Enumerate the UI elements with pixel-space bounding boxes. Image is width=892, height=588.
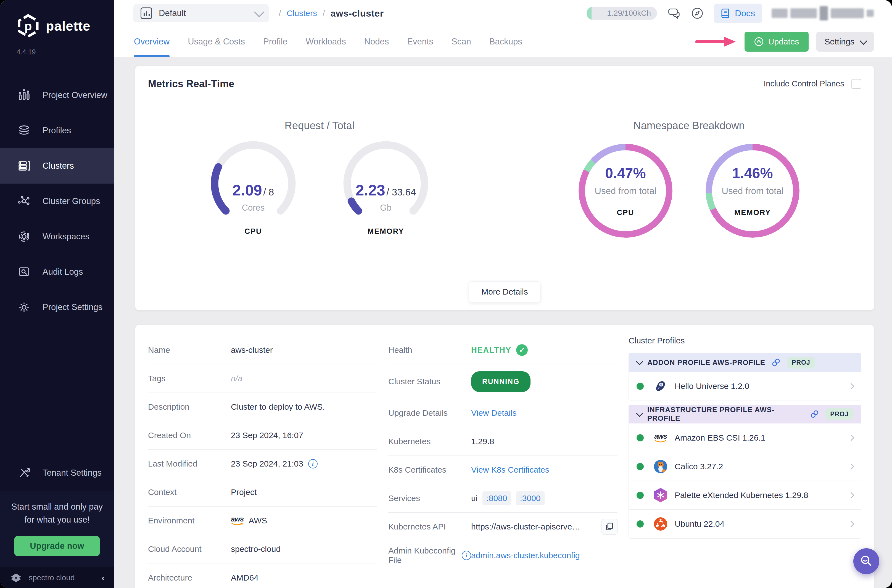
- detail-label: Upgrade Details: [388, 408, 471, 418]
- sidebar-item-audit-logs[interactable]: Audit Logs: [0, 254, 114, 290]
- detail-value: n/a: [231, 374, 377, 383]
- more-details-button[interactable]: More Details: [469, 281, 540, 302]
- sidebar-item-clusters[interactable]: Clusters: [0, 148, 114, 184]
- proj-badge: PROJ: [787, 357, 815, 369]
- kubeconfig-link[interactable]: admin.aws-cluster.kubeconfig: [471, 551, 580, 560]
- sidebar-item-label: Project Overview: [42, 90, 107, 100]
- view-k8s-certificates-link[interactable]: View K8s Certificates: [471, 465, 549, 474]
- tab-backups[interactable]: Backups: [490, 27, 522, 57]
- health-status: HEALTHY: [471, 346, 511, 355]
- detail-label: Architecture: [148, 573, 231, 582]
- sidebar-item-label: Audit Logs: [42, 267, 83, 277]
- profile-item-name: Amazon EBS CSI 1.26.1: [675, 433, 849, 442]
- upgrade-now-button[interactable]: Upgrade now: [14, 536, 99, 556]
- infrastructure-profile-header[interactable]: INFRASTRUCTURE PROFILE AWS-PROFILE PROJ: [629, 405, 861, 423]
- calico-icon: [654, 460, 667, 473]
- detail-label: K8s Certificates: [388, 465, 471, 474]
- service-name: ui: [471, 494, 478, 503]
- profile-item-name: Ubuntu 22.04: [675, 519, 849, 529]
- compass-icon[interactable]: [690, 6, 704, 20]
- cpu-donut-label: CPU: [617, 208, 634, 217]
- tab-usage-costs[interactable]: Usage & Costs: [188, 27, 245, 57]
- profile-item-amazon-ebs-csi[interactable]: aws Amazon EBS CSI 1.26.1: [629, 423, 861, 452]
- include-control-planes-checkbox[interactable]: [851, 79, 861, 89]
- tab-overview[interactable]: Overview: [134, 27, 170, 57]
- detail-value: 23 Sep 2024, 16:07: [231, 430, 377, 440]
- sidebar-bottom: Tenant Settings Start small and only pay…: [0, 455, 114, 588]
- cluster-profiles-panel: Cluster Profiles ADDON PROFILE AWS-PROFI…: [629, 336, 861, 588]
- project-selector[interactable]: Default: [134, 4, 269, 22]
- chevron-down-icon: [636, 358, 643, 365]
- profile-item-palette-extended-kubernetes[interactable]: Palette eXtended Kubernetes 1.29.8: [629, 481, 861, 510]
- profile-item-calico[interactable]: Calico 3.27.2: [629, 452, 861, 481]
- info-icon[interactable]: i: [462, 551, 471, 560]
- tab-events[interactable]: Events: [407, 27, 433, 57]
- info-icon[interactable]: i: [308, 459, 318, 468]
- detail-row-context: Context Project: [148, 478, 377, 507]
- cluster-details-card: Name aws-cluster Tags n/a Description Cl…: [135, 325, 874, 588]
- profile-item-ubuntu[interactable]: Ubuntu 22.04: [629, 510, 861, 538]
- svg-text:p: p: [25, 20, 32, 33]
- layers-icon: [17, 124, 31, 138]
- usage-quota-pill: 1.29/100kCh: [587, 7, 657, 20]
- sidebar-item-tenant-settings[interactable]: Tenant Settings: [0, 455, 114, 490]
- sidebar-collapse-icon[interactable]: ‹: [102, 572, 105, 583]
- detail-value: AWS: [249, 516, 267, 525]
- sidebar-item-project-settings[interactable]: Project Settings: [0, 290, 114, 325]
- tab-profile[interactable]: Profile: [263, 27, 287, 57]
- addon-profile-header[interactable]: ADDON PROFILE AWS-PROFILE PROJ: [629, 353, 861, 372]
- sidebar-item-cluster-groups[interactable]: Cluster Groups: [0, 184, 114, 219]
- breadcrumb-clusters-link[interactable]: Clusters: [287, 9, 317, 18]
- sidebar-item-profiles[interactable]: Profiles: [0, 113, 114, 148]
- status-dot-icon: [637, 382, 644, 390]
- palette-kubernetes-icon: [654, 488, 667, 502]
- search-fab-button[interactable]: [853, 548, 879, 574]
- detail-row-last-modified: Last Modified 23 Sep 2024, 21:03 i: [148, 450, 377, 478]
- sidebar-item-label: Profiles: [42, 126, 71, 135]
- brand-name: palette: [46, 18, 90, 34]
- detail-label: Admin Kubeconfig File: [388, 546, 457, 565]
- chevron-down-icon: [860, 37, 867, 45]
- detail-row-services: Services ui :8080 :3000: [388, 484, 617, 513]
- status-dot-icon: [637, 463, 644, 470]
- audit-log-icon: [17, 265, 31, 279]
- aws-logo-icon: aws: [231, 515, 243, 526]
- profile-item-name: Palette eXtended Kubernetes 1.29.8: [675, 490, 849, 500]
- tools-icon: [17, 466, 31, 480]
- chart-icon: [17, 88, 31, 102]
- brand-block: p palette 4.4.19: [0, 0, 114, 56]
- breadcrumb-separator: /: [279, 8, 281, 18]
- breadcrumb: / Clusters / aws-cluster: [279, 8, 384, 19]
- docs-button[interactable]: Docs: [714, 4, 762, 23]
- cpu-gauge-label: CPU: [245, 227, 262, 236]
- upsell-line2: for what you use!: [8, 513, 106, 526]
- sidebar-item-label: Clusters: [42, 161, 74, 171]
- addon-profile-label: ADDON PROFILE AWS-PROFILE: [647, 358, 765, 367]
- cpu-gauge: 2.09 / 8 Cores CPU: [195, 140, 311, 236]
- project-scope-icon: [141, 8, 152, 19]
- tab-scan[interactable]: Scan: [452, 27, 471, 57]
- cpu-donut: 0.47% Used from total CPU: [578, 144, 673, 238]
- aws-logo-icon: aws: [654, 431, 667, 445]
- sidebar-item-project-overview[interactable]: Project Overview: [0, 78, 114, 113]
- detail-row-admin-kubeconfig: Admin Kubeconfig File i admin.aws-cluste…: [388, 541, 617, 570]
- settings-button[interactable]: Settings: [816, 32, 874, 52]
- view-details-link[interactable]: View Details: [471, 408, 517, 418]
- service-port-link[interactable]: :3000: [516, 491, 544, 505]
- updates-button[interactable]: Updates: [745, 32, 809, 52]
- tab-nodes[interactable]: Nodes: [364, 27, 389, 57]
- status-badge: RUNNING: [471, 371, 530, 392]
- detail-label: Kubernetes: [388, 437, 471, 446]
- profile-item-hello-universe[interactable]: Hello Universe 1.2.0: [629, 372, 861, 400]
- memory-gauge-total: / 33.64: [386, 187, 416, 197]
- detail-row-kubernetes-api: Kubernetes API https://aws-cluster-apise…: [388, 513, 617, 541]
- chat-icon[interactable]: [667, 6, 681, 20]
- cluster-profiles-title: Cluster Profiles: [629, 336, 861, 345]
- service-port-link[interactable]: :8080: [482, 491, 511, 505]
- copy-button[interactable]: [601, 519, 617, 535]
- detail-row-k8s-certificates: K8s Certificates View K8s Certificates: [388, 456, 617, 484]
- sidebar-item-workspaces[interactable]: Workspaces: [0, 219, 114, 254]
- chevron-right-icon: [848, 435, 854, 441]
- details-left-column: Name aws-cluster Tags n/a Description Cl…: [148, 336, 377, 588]
- tab-workloads[interactable]: Workloads: [306, 27, 346, 57]
